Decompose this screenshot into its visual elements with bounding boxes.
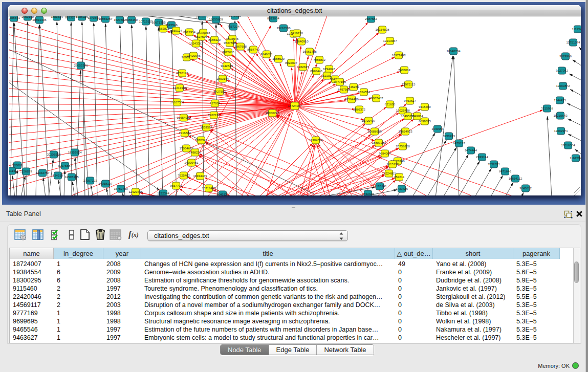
svg-text:1527602: 1527602 — [114, 18, 126, 21]
svg-text:6479197: 6479197 — [453, 141, 465, 145]
svg-text:19654923: 19654923 — [398, 129, 412, 133]
svg-text:2081355: 2081355 — [196, 16, 208, 18]
svg-text:13692971: 13692971 — [554, 129, 568, 133]
svg-text:8186323: 8186323 — [208, 38, 221, 41]
svg-text:134519: 134519 — [53, 173, 63, 177]
svg-text:5878342: 5878342 — [195, 138, 207, 142]
svg-text:2867608: 2867608 — [234, 45, 247, 48]
svg-text:21564436: 21564436 — [344, 97, 359, 101]
svg-text:8454749: 8454749 — [247, 48, 259, 51]
svg-text:8990448: 8990448 — [310, 69, 322, 73]
svg-text:8813054: 8813054 — [267, 16, 279, 20]
svg-text:1156829: 1156829 — [20, 169, 32, 173]
svg-text:1916682: 1916682 — [179, 131, 191, 135]
svg-text:1244415: 1244415 — [554, 98, 566, 102]
svg-text:16154838: 16154838 — [375, 28, 389, 31]
svg-text:19384554: 19384554 — [309, 138, 323, 142]
svg-text:16033809: 16033809 — [209, 17, 223, 21]
svg-text:16107552: 16107552 — [170, 100, 184, 104]
svg-text:14136141: 14136141 — [373, 184, 387, 188]
svg-text:621605: 621605 — [385, 102, 396, 106]
svg-text:1353594: 1353594 — [200, 125, 212, 129]
svg-text:317004: 317004 — [210, 101, 221, 105]
svg-text:12942757: 12942757 — [35, 171, 50, 174]
svg-text:16543382: 16543382 — [189, 41, 203, 45]
svg-text:3624554: 3624554 — [358, 90, 370, 94]
svg-text:2687682: 2687682 — [365, 17, 377, 20]
svg-text:1112543: 1112543 — [572, 27, 581, 31]
svg-text:16648784: 16648784 — [446, 49, 461, 53]
svg-text:16961758: 16961758 — [302, 50, 317, 53]
svg-text:3267130: 3267130 — [208, 113, 220, 117]
svg-text:1640954: 1640954 — [431, 127, 444, 130]
svg-text:391141: 391141 — [9, 169, 17, 172]
svg-text:1733426: 1733426 — [396, 187, 408, 190]
svg-text:9684067: 9684067 — [379, 151, 391, 155]
svg-text:1498222: 1498222 — [189, 150, 201, 154]
svg-text:8471646: 8471646 — [499, 169, 511, 173]
svg-text:18807289: 18807289 — [372, 141, 386, 144]
svg-text:3215958: 3215958 — [541, 106, 553, 110]
svg-text:16782759: 16782759 — [114, 187, 128, 190]
svg-text:15716485: 15716485 — [202, 186, 216, 190]
svg-text:2718126: 2718126 — [176, 71, 188, 75]
svg-text:15720407: 15720407 — [361, 119, 376, 122]
svg-text:19218506: 19218506 — [276, 26, 291, 30]
svg-text:185001: 185001 — [12, 163, 23, 167]
svg-text:2886372: 2886372 — [353, 107, 365, 111]
svg-text:16914479: 16914479 — [193, 174, 207, 178]
svg-text:1145815: 1145815 — [229, 16, 241, 17]
svg-text:12923446: 12923446 — [128, 190, 143, 193]
svg-text:15751074: 15751074 — [566, 40, 580, 44]
svg-text:1405571: 1405571 — [9, 16, 20, 19]
svg-text:1733426: 1733426 — [362, 192, 374, 195]
svg-text:9657791: 9657791 — [170, 184, 182, 187]
svg-text:9777169: 9777169 — [334, 80, 346, 83]
svg-text:9474444: 9474444 — [465, 148, 477, 152]
svg-text:3875685: 3875685 — [222, 50, 234, 54]
svg-text:18724007: 18724007 — [288, 104, 302, 107]
svg-text:252214: 252214 — [394, 175, 405, 179]
svg-text:7625402: 7625402 — [178, 173, 190, 177]
svg-text:8322037: 8322037 — [285, 61, 297, 64]
svg-text:10973493: 10973493 — [391, 53, 406, 57]
svg-text:12505135: 12505135 — [64, 175, 79, 179]
svg-text:12975115: 12975115 — [402, 82, 416, 86]
svg-text:6966160: 6966160 — [125, 18, 138, 21]
svg-text:7663822: 7663822 — [157, 27, 169, 30]
svg-text:12213967: 12213967 — [383, 39, 397, 42]
svg-text:13640910: 13640910 — [294, 39, 309, 43]
svg-text:10807487: 10807487 — [369, 96, 383, 100]
svg-text:14958107: 14958107 — [98, 182, 113, 185]
svg-text:20691406: 20691406 — [32, 18, 47, 21]
svg-text:1881514: 1881514 — [51, 16, 63, 18]
svg-text:746266: 746266 — [349, 85, 359, 89]
svg-text:22420046: 22420046 — [186, 54, 201, 57]
svg-text:10719155: 10719155 — [139, 19, 153, 23]
svg-text:10210643: 10210643 — [553, 114, 568, 117]
svg-text:1085325: 1085325 — [76, 16, 88, 18]
svg-text:13524851: 13524851 — [382, 171, 396, 175]
svg-text:7485063: 7485063 — [398, 68, 410, 72]
svg-text:18300295: 18300295 — [265, 111, 279, 115]
svg-text:7632621: 7632621 — [488, 162, 500, 166]
svg-text:9527505: 9527505 — [195, 35, 207, 38]
svg-text:10654112: 10654112 — [509, 177, 522, 180]
svg-text:5419128: 5419128 — [291, 31, 303, 35]
svg-text:2803144: 2803144 — [216, 77, 229, 80]
svg-text:10688609: 10688609 — [367, 129, 382, 133]
svg-text:1167534: 1167534 — [570, 156, 581, 160]
svg-text:8660124: 8660124 — [170, 29, 182, 32]
svg-text:17016504: 17016504 — [561, 143, 575, 147]
svg-text:9245612: 9245612 — [519, 186, 532, 190]
svg-text:93975887: 93975887 — [58, 164, 72, 167]
svg-text:9246121: 9246121 — [216, 192, 229, 195]
svg-text:7357224: 7357224 — [227, 25, 239, 28]
svg-text:20756928: 20756928 — [396, 144, 410, 148]
svg-text:8427552: 8427552 — [213, 90, 226, 93]
svg-text:2933114: 2933114 — [476, 155, 488, 159]
svg-text:26053346: 26053346 — [74, 63, 88, 67]
svg-text:9227342: 9227342 — [556, 69, 568, 72]
svg-text:12213369: 12213369 — [172, 86, 187, 90]
svg-text:17957223: 17957223 — [83, 179, 97, 182]
